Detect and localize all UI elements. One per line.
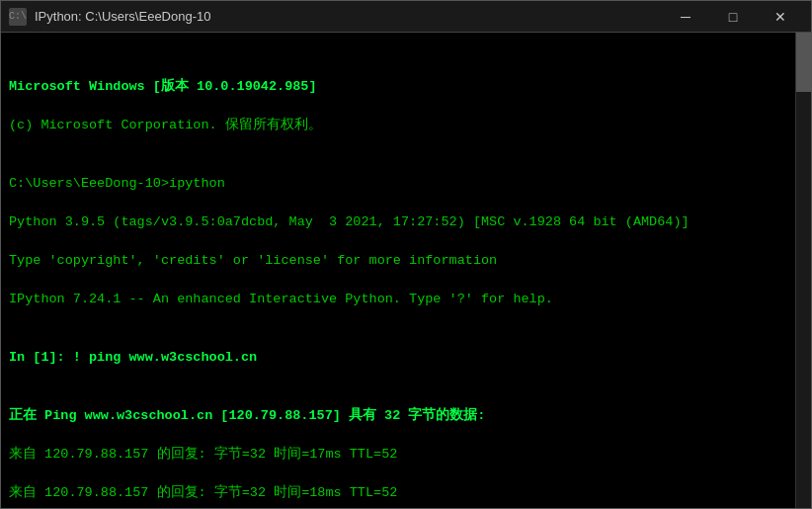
window-icon: C:\ bbox=[9, 8, 27, 26]
terminal-line: (c) Microsoft Corporation. 保留所有权利。 bbox=[9, 116, 787, 135]
terminal-line: 来自 120.79.88.157 的回复: 字节=32 时间=17ms TTL=… bbox=[9, 445, 787, 465]
terminal-line: In [1]: ! ping www.w3cschool.cn bbox=[9, 348, 787, 368]
maximize-button[interactable]: □ bbox=[710, 1, 756, 33]
titlebar: C:\ IPython: C:\Users\EeeDong-10 ─ □ ✕ bbox=[1, 1, 811, 33]
minimize-button[interactable]: ─ bbox=[663, 1, 708, 33]
close-button[interactable]: ✕ bbox=[758, 1, 803, 33]
terminal-wrapper: Microsoft Windows [版本 10.0.19042.985] (c… bbox=[1, 33, 811, 508]
window-icon-label: C:\ bbox=[9, 11, 27, 22]
terminal-output[interactable]: Microsoft Windows [版本 10.0.19042.985] (c… bbox=[1, 33, 795, 508]
terminal-line: C:\Users\EeeDong-10>ipython bbox=[9, 174, 787, 194]
window-controls: ─ □ ✕ bbox=[663, 1, 803, 33]
terminal-line: IPython 7.24.1 -- An enhanced Interactiv… bbox=[9, 290, 787, 309]
terminal-line: Python 3.9.5 (tags/v3.9.5:0a7dcbd, May 3… bbox=[9, 212, 787, 232]
terminal-window: C:\ IPython: C:\Users\EeeDong-10 ─ □ ✕ M… bbox=[0, 0, 812, 509]
terminal-line: Type 'copyright', 'credits' or 'license'… bbox=[9, 251, 787, 271]
terminal-line: 正在 Ping www.w3cschool.cn [120.79.88.157]… bbox=[9, 406, 787, 426]
window-title: IPython: C:\Users\EeeDong-10 bbox=[35, 9, 663, 24]
terminal-line: 来自 120.79.88.157 的回复: 字节=32 时间=18ms TTL=… bbox=[9, 483, 787, 503]
scrollbar-thumb[interactable] bbox=[796, 33, 811, 92]
scrollbar[interactable] bbox=[795, 33, 811, 508]
terminal-line: Microsoft Windows [版本 10.0.19042.985] bbox=[9, 77, 787, 97]
